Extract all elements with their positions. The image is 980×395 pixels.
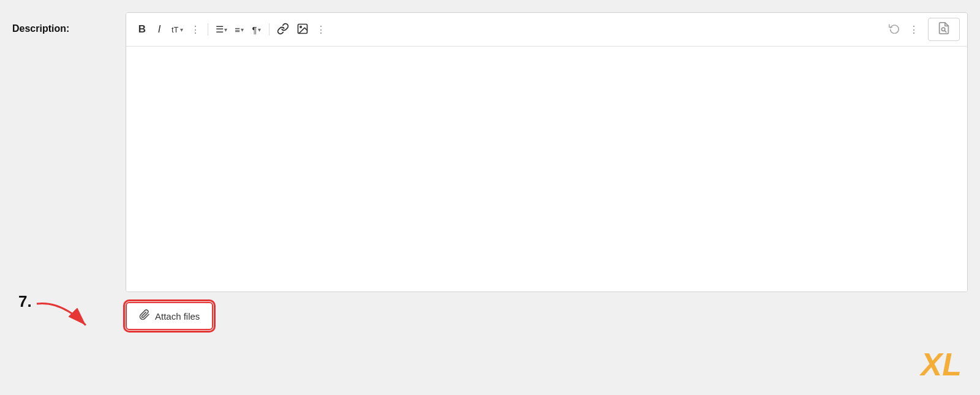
watermark: XL xyxy=(921,346,962,383)
image-button[interactable] xyxy=(293,21,312,38)
list-button[interactable]: ☰ ▾ xyxy=(212,21,231,38)
separator-1 xyxy=(208,23,208,36)
paragraph-icon: ¶ xyxy=(252,24,257,35)
label-area: Description: xyxy=(12,12,126,34)
more-insert-button[interactable]: ⋮ xyxy=(312,21,330,38)
paperclip-icon xyxy=(139,309,150,323)
editor-content[interactable] xyxy=(126,47,967,292)
align-button[interactable]: ≡ ▾ xyxy=(231,21,248,38)
attach-files-button[interactable]: Attach files xyxy=(126,302,213,330)
toolbar-group-text: B I tT ▾ ⋮ xyxy=(134,21,204,38)
list-chevron: ▾ xyxy=(224,26,227,33)
more-right-button[interactable]: ⋮ xyxy=(905,21,922,38)
dots3-icon: ⋮ xyxy=(909,24,918,36)
dots1-icon: ⋮ xyxy=(190,24,200,36)
image-icon xyxy=(296,23,309,37)
editor-box: B I tT ▾ ⋮ ☰ ▾ xyxy=(126,12,968,292)
text-size-label: tT xyxy=(172,25,179,34)
step-number: 7. xyxy=(18,293,32,309)
editor-wrapper: B I tT ▾ ⋮ ☰ ▾ xyxy=(126,12,968,330)
preview-button[interactable] xyxy=(928,18,960,41)
svg-line-3 xyxy=(944,31,946,32)
undo-icon xyxy=(889,23,900,36)
step-annotation: 7. xyxy=(18,293,32,309)
dots2-icon: ⋮ xyxy=(316,24,325,36)
toolbar-right: ⋮ xyxy=(885,18,960,41)
align-icon: ≡ xyxy=(235,24,240,35)
attach-area: Attach files xyxy=(126,302,968,330)
bold-button[interactable]: B xyxy=(134,21,151,38)
italic-button[interactable]: I xyxy=(151,21,168,38)
text-size-button[interactable]: tT ▾ xyxy=(168,21,187,38)
arrow-icon xyxy=(31,298,110,334)
description-label: Description: xyxy=(12,23,69,34)
page-container: Description: B I tT ▾ ⋮ xyxy=(0,0,980,395)
toolbar: B I tT ▾ ⋮ ☰ ▾ xyxy=(126,13,967,47)
link-icon xyxy=(277,23,289,37)
svg-point-1 xyxy=(300,26,301,28)
align-chevron: ▾ xyxy=(241,26,244,33)
link-button[interactable] xyxy=(273,21,293,38)
paragraph-button[interactable]: ¶ ▾ xyxy=(248,21,265,38)
list-icon: ☰ xyxy=(216,24,224,35)
toolbar-group-insert: ⋮ xyxy=(273,21,330,38)
attach-files-label: Attach files xyxy=(155,311,200,322)
undo-button[interactable] xyxy=(885,21,903,38)
separator-2 xyxy=(269,23,270,36)
arrow-container xyxy=(31,298,110,337)
text-size-chevron: ▾ xyxy=(180,26,183,33)
toolbar-group-list: ☰ ▾ ≡ ▾ ¶ ▾ xyxy=(212,21,265,38)
paragraph-chevron: ▾ xyxy=(258,26,261,33)
preview-icon xyxy=(937,21,951,38)
more-text-options-button[interactable]: ⋮ xyxy=(187,21,204,38)
